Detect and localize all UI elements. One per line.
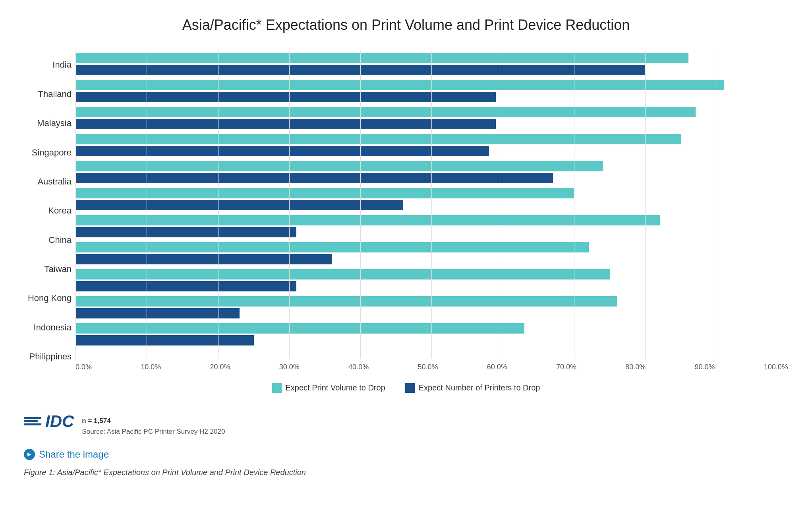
bar-volume-philippines xyxy=(75,323,524,334)
bar-volume-china xyxy=(75,215,660,225)
bar-group-thailand xyxy=(75,78,788,105)
share-link[interactable]: ► Share the image xyxy=(24,449,788,460)
figure-caption: Figure 1: Asia/Pacific* Expectations on … xyxy=(24,468,788,477)
x-label-4: 40.0% xyxy=(348,363,369,371)
bar-group-hong-kong xyxy=(75,267,788,294)
chart-title: Asia/Pacific* Expectations on Print Volu… xyxy=(24,16,788,35)
x-label-7: 70.0% xyxy=(556,363,576,371)
y-label-indonesia: Indonesia xyxy=(24,314,72,341)
x-label-8: 80.0% xyxy=(625,363,646,371)
chart-area: 0.0%10.0%20.0%30.0%40.0%50.0%60.0%70.0%8… xyxy=(75,50,788,371)
bar-printers-australia xyxy=(75,173,553,183)
y-label-china: China xyxy=(24,227,72,254)
bar-group-china xyxy=(75,213,788,240)
legend-printers-label: Expect Number of Printers to Drop xyxy=(419,383,540,392)
x-axis: 0.0%10.0%20.0%30.0%40.0%50.0%60.0%70.0%8… xyxy=(75,361,788,371)
y-label-thailand: Thailand xyxy=(24,81,72,108)
bar-row-printers xyxy=(75,254,788,264)
bar-row-volume xyxy=(75,242,788,252)
divider xyxy=(24,405,788,405)
bar-row-printers xyxy=(75,173,788,183)
bar-printers-china xyxy=(75,227,296,237)
bar-row-printers xyxy=(75,308,788,318)
bar-row-volume xyxy=(75,188,788,198)
bar-row-printers xyxy=(75,119,788,129)
legend-volume: Expect Print Volume to Drop xyxy=(272,383,385,393)
y-label-philippines: Philippines xyxy=(24,343,72,370)
bar-printers-thailand xyxy=(75,92,496,102)
y-label-australia: Australia xyxy=(24,168,72,195)
bar-volume-singapore xyxy=(75,134,681,144)
share-text[interactable]: Share the image xyxy=(39,449,109,460)
y-axis-labels: IndiaThailandMalaysiaSingaporeAustraliaK… xyxy=(24,50,75,371)
footer-n: n = 1,574 xyxy=(82,417,110,425)
bar-volume-thailand xyxy=(75,80,724,90)
bar-volume-hong-kong xyxy=(75,269,610,279)
bar-row-printers xyxy=(75,335,788,345)
bar-printers-indonesia xyxy=(75,308,240,318)
bar-row-printers xyxy=(75,281,788,291)
bar-volume-taiwan xyxy=(75,242,589,252)
bar-volume-australia xyxy=(75,161,603,171)
x-label-1: 10.0% xyxy=(141,363,161,371)
y-label-taiwan: Taiwan xyxy=(24,256,72,283)
idc-logo-line1 xyxy=(24,417,41,419)
legend-volume-color xyxy=(272,383,282,393)
bar-row-printers xyxy=(75,146,788,156)
bar-printers-taiwan xyxy=(75,254,332,264)
bar-group-indonesia xyxy=(75,294,788,321)
bar-printers-korea xyxy=(75,200,403,210)
bar-group-korea xyxy=(75,186,788,213)
legend-printers-color xyxy=(405,383,415,393)
legend-volume-label: Expect Print Volume to Drop xyxy=(286,383,385,392)
bar-group-taiwan xyxy=(75,240,788,267)
bar-group-philippines xyxy=(75,321,788,348)
y-label-hong-kong: Hong Kong xyxy=(24,285,72,312)
bar-volume-malaysia xyxy=(75,107,696,117)
bar-row-volume xyxy=(75,134,788,144)
x-label-9: 90.0% xyxy=(695,363,715,371)
bar-row-volume xyxy=(75,323,788,334)
idc-logo-text: IDC xyxy=(45,413,74,430)
footer-source-text: Source: Asia Pacific PC Printer Survey H… xyxy=(82,426,225,437)
bar-volume-indonesia xyxy=(75,296,617,307)
bar-printers-hong-kong xyxy=(75,281,296,291)
idc-logo-line2 xyxy=(24,420,38,422)
x-label-3: 30.0% xyxy=(279,363,300,371)
y-label-malaysia: Malaysia xyxy=(24,110,72,137)
bars-area xyxy=(75,50,788,361)
y-label-korea: Korea xyxy=(24,197,72,224)
x-label-5: 50.0% xyxy=(418,363,438,371)
bar-printers-india xyxy=(75,65,646,75)
bar-group-malaysia xyxy=(75,105,788,132)
bar-volume-india xyxy=(75,53,688,63)
bar-group-india xyxy=(75,50,788,78)
bar-row-volume xyxy=(75,161,788,171)
bar-group-australia xyxy=(75,159,788,186)
y-label-india: India xyxy=(24,51,72,78)
bar-row-printers xyxy=(75,65,788,75)
bar-row-printers xyxy=(75,227,788,237)
bar-printers-philippines xyxy=(75,335,254,345)
x-label-0: 0.0% xyxy=(75,363,92,371)
bar-row-volume xyxy=(75,215,788,225)
legend-printers: Expect Number of Printers to Drop xyxy=(405,383,540,393)
chart-container: IndiaThailandMalaysiaSingaporeAustraliaK… xyxy=(24,50,788,371)
bar-row-volume xyxy=(75,107,788,117)
y-label-singapore: Singapore xyxy=(24,139,72,166)
footer-source: n = 1,574 Source: Asia Pacific PC Printe… xyxy=(82,413,225,437)
idc-logo-icon xyxy=(24,417,41,425)
x-label-6: 60.0% xyxy=(487,363,507,371)
chart-legend: Expect Print Volume to Drop Expect Numbe… xyxy=(24,383,788,393)
bar-printers-singapore xyxy=(75,146,489,156)
idc-logo-line3 xyxy=(24,423,41,425)
bar-row-printers xyxy=(75,200,788,210)
x-label-2: 20.0% xyxy=(210,363,230,371)
x-label-10: 100.0% xyxy=(764,363,788,371)
bar-printers-malaysia xyxy=(75,119,496,129)
bar-row-printers xyxy=(75,92,788,102)
bar-group-singapore xyxy=(75,132,788,159)
bar-row-volume xyxy=(75,80,788,90)
bar-volume-korea xyxy=(75,188,574,198)
footer: IDC n = 1,574 Source: Asia Pacific PC Pr… xyxy=(24,413,788,437)
